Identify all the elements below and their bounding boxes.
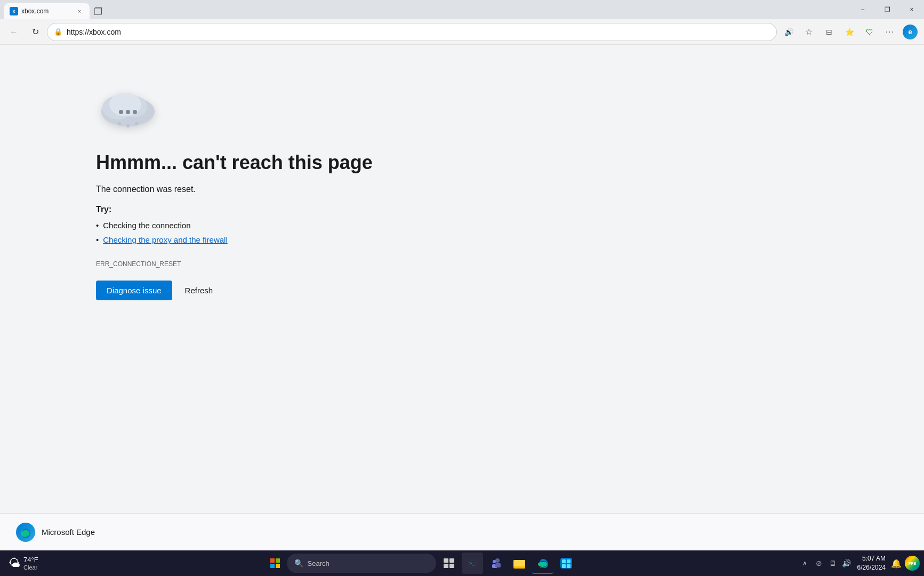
restore-button[interactable]: ❐	[875, 0, 899, 19]
suggestion-proxy: Checking the proxy and the firewall	[96, 235, 924, 244]
taskbar: 🌤 74°F Clear 🔍 Search	[0, 550, 924, 576]
svg-rect-17	[444, 564, 448, 568]
notification-bell[interactable]: 🔔	[891, 558, 902, 569]
suggestion-proxy-link[interactable]: Checking the proxy and the firewall	[103, 235, 227, 244]
shield-button[interactable]: 🛡	[860, 22, 879, 42]
terminal-taskbar-app[interactable]: >_	[462, 553, 483, 574]
svg-rect-30	[562, 559, 566, 563]
error-title: Hmmm... can't reach this page	[96, 151, 924, 174]
suggestion-connection-text: Checking the connection	[103, 221, 190, 230]
svg-rect-13	[270, 564, 275, 568]
svg-rect-18	[449, 564, 454, 568]
menu-button[interactable]: ···	[880, 22, 899, 42]
refresh-button[interactable]: ↻	[26, 22, 45, 42]
browser-toolbar: ← ↻ 🔒 https://xbox.com 🔊 ☆ ⊟ ⭐ 🛡 ··· e	[0, 19, 924, 45]
svg-point-7	[118, 122, 121, 125]
tab-title: xbox.com	[21, 7, 71, 15]
svg-rect-24	[495, 563, 501, 567]
suggestion-connection: Checking the connection	[96, 221, 924, 230]
system-clock[interactable]: 5:07 AM 6/26/2024	[855, 554, 888, 572]
edge-profile-button[interactable]: e	[901, 22, 920, 42]
clock-time: 5:07 AM	[857, 554, 886, 563]
weather-desc: Clear	[23, 564, 38, 571]
edge-taskbar-app[interactable]	[532, 553, 553, 574]
browser-window: x xbox.com × ❐ − ❐ × ← ↻ 🔒 https://xb	[0, 0, 924, 576]
clock-date: 6/26/2024	[857, 563, 886, 572]
tab-favicon: x	[10, 7, 18, 15]
refresh-button[interactable]: Refresh	[179, 281, 220, 300]
read-aloud-button[interactable]: 🔊	[779, 22, 798, 42]
tray-network[interactable]: ⊘	[814, 558, 824, 569]
window-controls: − ❐ ×	[850, 0, 924, 19]
back-button[interactable]: ←	[4, 22, 23, 42]
weather-widget[interactable]: 🌤 74°F Clear	[4, 554, 43, 573]
weather-temp: 74°F	[23, 556, 38, 564]
browser-tab[interactable]: x xbox.com ×	[4, 3, 90, 19]
error-subtitle: The connection was reset.	[96, 185, 924, 194]
search-bar-text: Search	[308, 559, 330, 567]
teams-taskbar-app[interactable]	[485, 553, 507, 574]
svg-point-21	[495, 558, 500, 563]
toolbar-right: 🔊 ☆ ⊟ ⭐ 🛡 ··· e	[779, 22, 920, 42]
collections-button[interactable]: ⭐	[840, 22, 859, 42]
error-actions: Diagnose issue Refresh	[96, 281, 924, 300]
error-code: ERR_CONNECTION_RESET	[96, 260, 924, 268]
tray-display[interactable]: 🖥	[827, 558, 838, 569]
svg-rect-31	[567, 559, 571, 563]
edge-logo	[16, 523, 35, 542]
error-page: Hmmm... can't reach this page The connec…	[0, 45, 924, 513]
url-text: https://xbox.com	[67, 28, 770, 36]
svg-rect-15	[444, 558, 448, 563]
svg-rect-32	[562, 564, 566, 568]
svg-rect-33	[567, 564, 571, 568]
taskbar-center: 🔍 Search >_	[45, 553, 798, 574]
new-tab-button[interactable]: ❐	[91, 4, 106, 19]
tab-strip: x xbox.com × ❐	[4, 0, 850, 19]
files-taskbar-app[interactable]	[509, 553, 530, 574]
edge-promo-banner: Microsoft Edge	[0, 513, 924, 550]
favorites-button[interactable]: ☆	[799, 22, 818, 42]
svg-rect-11	[270, 558, 275, 563]
tray-volume[interactable]: 🔊	[841, 558, 852, 569]
diagnose-button[interactable]: Diagnose issue	[96, 281, 172, 300]
start-button[interactable]	[266, 554, 285, 573]
weather-icon: 🌤	[9, 556, 20, 570]
tray-chevron[interactable]: ∧	[800, 558, 810, 569]
error-illustration	[96, 87, 160, 135]
address-bar[interactable]: 🔒 https://xbox.com	[47, 23, 777, 41]
svg-rect-27	[513, 560, 525, 566]
task-view-button[interactable]	[438, 553, 460, 574]
svg-point-5	[126, 110, 130, 114]
svg-rect-14	[276, 564, 280, 568]
svg-text:>_: >_	[469, 561, 475, 566]
taskbar-right: ∧ ⊘ 🖥 🔊 5:07 AM 6/26/2024 🔔 PRE	[800, 554, 920, 572]
edge-promo-text: Microsoft Edge	[42, 527, 95, 537]
split-screen-button[interactable]: ⊟	[819, 22, 839, 42]
svg-point-22	[493, 560, 496, 563]
svg-rect-16	[449, 558, 454, 563]
svg-point-4	[119, 110, 123, 114]
taskbar-end-badge: PRE	[905, 556, 920, 571]
security-icon: 🔒	[54, 28, 62, 36]
svg-point-8	[126, 124, 130, 127]
taskbar-search[interactable]: 🔍 Search	[287, 554, 436, 573]
tab-close-button[interactable]: ×	[75, 6, 84, 16]
title-bar: x xbox.com × ❐ − ❐ ×	[0, 0, 924, 19]
weather-info: 74°F Clear	[23, 556, 38, 571]
minimize-button[interactable]: −	[850, 0, 875, 19]
svg-point-6	[133, 110, 137, 114]
close-button[interactable]: ×	[899, 0, 924, 19]
search-icon: 🔍	[294, 559, 303, 567]
try-label: Try:	[96, 205, 924, 214]
svg-point-9	[135, 122, 138, 125]
svg-rect-12	[276, 558, 280, 563]
suggestions-list: Checking the connection Checking the pro…	[96, 221, 924, 250]
page-content: Hmmm... can't reach this page The connec…	[0, 45, 924, 550]
store-taskbar-app[interactable]	[556, 553, 577, 574]
